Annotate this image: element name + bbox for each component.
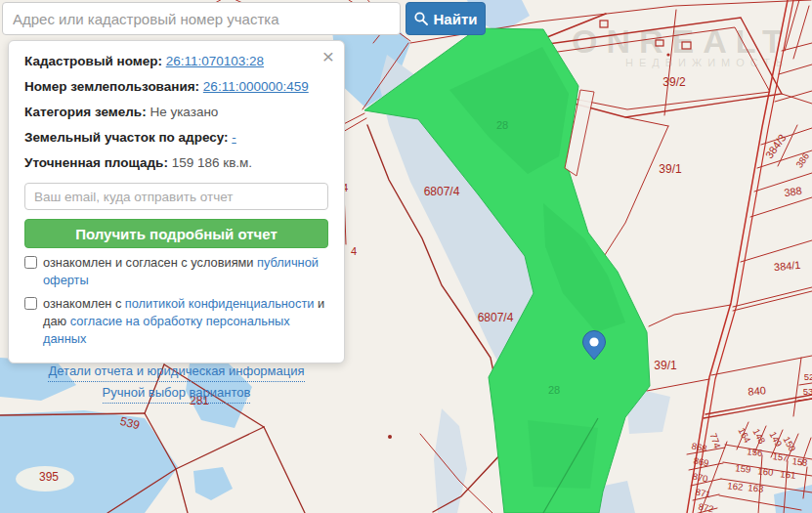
parcel-label: 53 — [803, 386, 812, 397]
parcel-label: 386 — [793, 150, 811, 169]
search-button-label: Найти — [434, 11, 478, 27]
parcel-label: 840 — [748, 384, 766, 398]
parcel-label: 395 — [39, 470, 59, 484]
parcel-label: 162 — [727, 480, 744, 492]
offer-agreement-checkbox[interactable] — [24, 256, 37, 269]
parcel-label: 384/1 — [773, 259, 800, 273]
field-label: Категория земель: — [24, 105, 147, 119]
report-details-link[interactable]: Детали отчета и юридическая информация — [48, 361, 304, 382]
parcel-label: 164 — [737, 426, 753, 445]
field-label: Земельный участок по адресу: — [24, 130, 229, 145]
parcel-label: 161 — [780, 468, 796, 481]
field-area: Уточненная площадь: 159 186 кв.м. — [24, 155, 328, 170]
parcel-label: 160 — [757, 465, 774, 478]
offer-agreement-row: ознакомлен и согласен с условиями публич… — [24, 254, 328, 289]
field-value: Не указано — [150, 105, 218, 119]
field-value: 159 186 кв.м. — [172, 155, 252, 170]
email-input[interactable] — [24, 183, 328, 210]
field-label: Кадастровый номер: — [24, 54, 162, 68]
parcel-label: 158 — [791, 455, 808, 468]
get-report-button[interactable]: Получить подробный отчет — [24, 219, 328, 248]
parcel-label: 6807/4 — [424, 185, 460, 198]
parcel-label: 39/2 — [662, 75, 686, 89]
field-landuse-number: Номер землепользования: 26:11:000000:459 — [24, 79, 328, 94]
field-label: Номер землепользования: — [24, 79, 199, 94]
address-link[interactable]: - — [232, 130, 236, 145]
field-cadastral-number: Кадастровый номер: 26:11:070103:28 — [24, 54, 328, 68]
parcel-label: 6807/4 — [478, 311, 514, 324]
field-address: Земельный участок по адресу: - — [24, 130, 328, 145]
field-land-category: Категория земель: Не указано — [24, 105, 328, 119]
parcel-label: 148 — [751, 427, 768, 446]
parcel-label: 52 — [804, 371, 812, 382]
cadastral-map-app: { "search": { "placeholder": "Адрес или … — [0, 0, 812, 513]
privacy-agreement-checkbox[interactable] — [24, 297, 37, 310]
offer-agreement-label: ознакомлен и согласен с условиями публич… — [43, 254, 328, 289]
parcel-label: 159 — [735, 462, 751, 475]
personal-data-consent-link[interactable]: согласие на обработку персональных данны… — [43, 314, 290, 346]
parcel-label: 39/1 — [654, 359, 677, 372]
parcel-label: 868 — [691, 441, 708, 454]
parcel-label: 388 — [784, 185, 803, 198]
parcel-label: 774 — [708, 432, 723, 449]
search-button[interactable]: Найти — [406, 2, 486, 35]
search-bar: Найти — [2, 2, 486, 35]
parcel-label: 39/1 — [659, 162, 682, 176]
search-icon — [414, 12, 428, 25]
privacy-policy-link[interactable]: политикой конфиденциальности — [125, 296, 315, 311]
panel-footer-links: Детали отчета и юридическая информация Р… — [24, 361, 328, 405]
parcel-label: 163 — [748, 482, 764, 494]
parcel-label: 150 — [782, 435, 798, 453]
parcel-label: 870 — [692, 471, 709, 485]
privacy-agreement-label: ознакомлен с политикой конфиденциальност… — [43, 295, 328, 348]
selected-parcel-label: 28 — [548, 384, 560, 396]
close-icon[interactable]: × — [322, 47, 334, 66]
landuse-number-link[interactable]: 26:11:000000:459 — [203, 79, 309, 94]
parcel-label: 156 — [747, 446, 763, 458]
parcel-label: 4 — [351, 245, 357, 257]
parcel-label: 157 — [772, 450, 789, 463]
svg-text:ONREALT: ONREALT — [572, 22, 791, 60]
cadastral-number-link[interactable]: 26:11:070103:28 — [166, 54, 264, 68]
manual-select-link[interactable]: Ручной выбор вариантов — [103, 382, 251, 404]
search-input[interactable] — [2, 2, 401, 35]
parcel-label: 872 — [698, 501, 715, 513]
privacy-agreement-row: ознакомлен с политикой конфиденциальност… — [24, 295, 328, 348]
field-label: Уточненная площадь: — [24, 155, 168, 170]
parcel-label: 871 — [695, 487, 712, 500]
selected-parcel-label: 28 — [496, 119, 508, 131]
parcel-info-panel: × Кадастровый номер: 26:11:070103:28 Ном… — [8, 40, 345, 363]
